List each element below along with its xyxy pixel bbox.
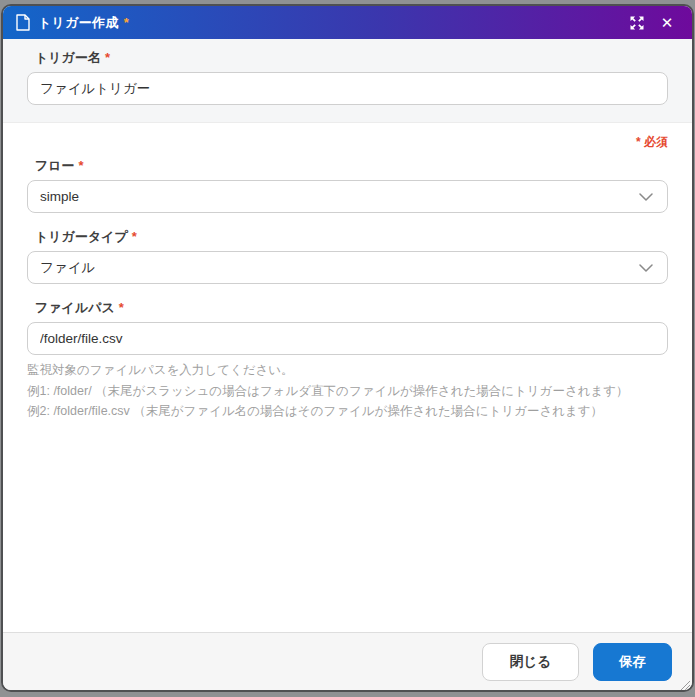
trigger-type-select[interactable]: ファイル <box>27 251 668 284</box>
file-path-help: 監視対象のファイルパスを入力してください。 例1: /folder/ （末尾がス… <box>27 360 668 422</box>
help-line: 監視対象のファイルパスを入力してください。 <box>27 360 668 381</box>
chevron-down-icon <box>639 264 653 272</box>
help-line: 例1: /folder/ （末尾がスラッシュの場合はフォルダ直下のファイルが操作… <box>27 381 668 402</box>
file-path-label: ファイルパス* <box>27 299 668 317</box>
close-icon[interactable]: ✕ <box>656 12 678 34</box>
dialog-title: トリガー作成 <box>38 14 119 32</box>
file-path-input[interactable] <box>27 322 668 355</box>
expand-icon[interactable] <box>626 12 648 34</box>
trigger-type-selected-value: ファイル <box>40 259 95 277</box>
trigger-name-required-asterisk: * <box>105 50 110 65</box>
flow-label-text: フロー <box>35 158 75 173</box>
trigger-type-required-asterisk: * <box>132 229 137 244</box>
dialog-content: * 必須 フロー* simple トリガータイプ* ファイル ファイルパス* <box>3 123 692 632</box>
flow-field: フロー* simple <box>27 157 668 213</box>
dialog-header: トリガー作成 * ✕ <box>3 6 692 39</box>
flow-required-asterisk: * <box>79 158 84 173</box>
resize-grip[interactable] <box>679 677 691 689</box>
trigger-type-label-text: トリガータイプ <box>35 229 128 244</box>
flow-select[interactable]: simple <box>27 180 668 213</box>
flow-label: フロー* <box>27 157 668 175</box>
close-button[interactable]: 閉じる <box>482 643 579 681</box>
file-path-label-text: ファイルパス <box>35 300 115 315</box>
trigger-type-label: トリガータイプ* <box>27 228 668 246</box>
chevron-down-icon <box>639 193 653 201</box>
file-path-field: ファイルパス* 監視対象のファイルパスを入力してください。 例1: /folde… <box>27 299 668 422</box>
trigger-name-label: トリガー名* <box>27 49 668 67</box>
required-note: * 必須 <box>27 134 668 151</box>
document-icon <box>16 14 30 31</box>
trigger-name-section: トリガー名* <box>3 39 692 123</box>
flow-selected-value: simple <box>40 189 79 204</box>
trigger-type-field: トリガータイプ* ファイル <box>27 228 668 284</box>
help-line: 例2: /folder/file.csv （末尾がファイル名の場合はそのファイル… <box>27 401 668 422</box>
trigger-name-label-text: トリガー名 <box>35 50 101 65</box>
dialog-footer: 閉じる 保存 <box>3 632 692 690</box>
trigger-name-input[interactable] <box>27 72 668 105</box>
file-path-required-asterisk: * <box>119 300 124 315</box>
save-button[interactable]: 保存 <box>593 643 672 681</box>
trigger-create-dialog: トリガー作成 * ✕ トリガー名* * 必須 フロー* simple <box>1 4 694 692</box>
title-required-asterisk: * <box>124 15 129 30</box>
